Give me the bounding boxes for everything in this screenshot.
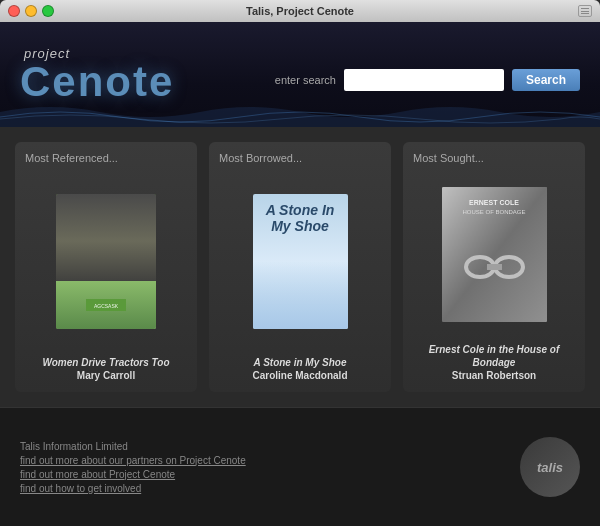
most-borrowed-card: Most Borrowed... A Stone In My Shoe A St…	[209, 142, 391, 392]
svg-rect-2	[442, 187, 547, 322]
resize-handle[interactable]	[578, 5, 592, 17]
logo-area: project Cenote	[20, 46, 174, 103]
most-referenced-cover: AGCSASK	[25, 174, 187, 348]
maximize-button[interactable]	[42, 5, 54, 17]
close-button[interactable]	[8, 5, 20, 17]
window-title: Talis, Project Cenote	[246, 5, 354, 17]
window-controls	[8, 5, 54, 17]
footer-link-3[interactable]: find out how to get involved	[20, 483, 246, 494]
most-referenced-book-title: Women Drive Tractors Too	[25, 356, 187, 369]
content-area: Most Referenced... AGCSASK Women Drive T…	[0, 127, 600, 407]
search-input[interactable]	[344, 69, 504, 91]
svg-text:ERNEST COLE: ERNEST COLE	[469, 199, 519, 206]
most-sought-book-title: Ernest Cole in the House of Bondage	[413, 343, 575, 369]
talis-logo-text: talis	[537, 460, 563, 475]
search-button[interactable]: Search	[512, 69, 580, 91]
book-cover-image-2: A Stone In My Shoe	[253, 194, 348, 329]
most-borrowed-book-title: A Stone in My Shoe	[219, 356, 381, 369]
most-sought-cover: ERNEST COLE HOUSE OF BONDAGE	[413, 174, 575, 335]
most-borrowed-cover: A Stone In My Shoe	[219, 174, 381, 348]
most-sought-book-author: Struan Robertson	[413, 369, 575, 382]
talis-logo: talis	[520, 437, 580, 497]
most-borrowed-book-author: Caroline Macdonald	[219, 369, 381, 382]
most-borrowed-info: A Stone in My Shoe Caroline Macdonald	[219, 356, 381, 382]
minimize-button[interactable]	[25, 5, 37, 17]
most-referenced-info: Women Drive Tractors Too Mary Carroll	[25, 356, 187, 382]
most-referenced-title: Most Referenced...	[25, 152, 187, 164]
most-sought-title: Most Sought...	[413, 152, 575, 164]
most-borrowed-title: Most Borrowed...	[219, 152, 381, 164]
footer-links: Talis Information Limited find out more …	[20, 441, 246, 494]
most-referenced-card: Most Referenced... AGCSASK Women Drive T…	[15, 142, 197, 392]
most-sought-info: Ernest Cole in the House of Bondage Stru…	[413, 343, 575, 382]
app-footer: Talis Information Limited find out more …	[0, 407, 600, 526]
book-cover-image-1: AGCSASK	[56, 194, 156, 329]
footer-link-1[interactable]: find out more about our partners on Proj…	[20, 455, 246, 466]
most-referenced-book-author: Mary Carroll	[25, 369, 187, 382]
footer-link-2[interactable]: find out more about Project Cenote	[20, 469, 246, 480]
app-header: project Cenote enter search Search	[0, 22, 600, 127]
wave-decoration	[0, 97, 600, 127]
svg-text:AGCSASK: AGCSASK	[94, 303, 119, 309]
search-area: enter search Search	[275, 69, 580, 91]
svg-text:HOUSE OF BONDAGE: HOUSE OF BONDAGE	[462, 209, 525, 215]
svg-rect-7	[487, 264, 502, 270]
book-cover-image-3: ERNEST COLE HOUSE OF BONDAGE	[442, 187, 547, 322]
most-sought-card: Most Sought... ERNEST COLE HO	[403, 142, 585, 392]
footer-company: Talis Information Limited	[20, 441, 246, 452]
search-label: enter search	[275, 74, 336, 86]
app-container: project Cenote enter search Search Most …	[0, 22, 600, 526]
title-bar: Talis, Project Cenote	[0, 0, 600, 22]
